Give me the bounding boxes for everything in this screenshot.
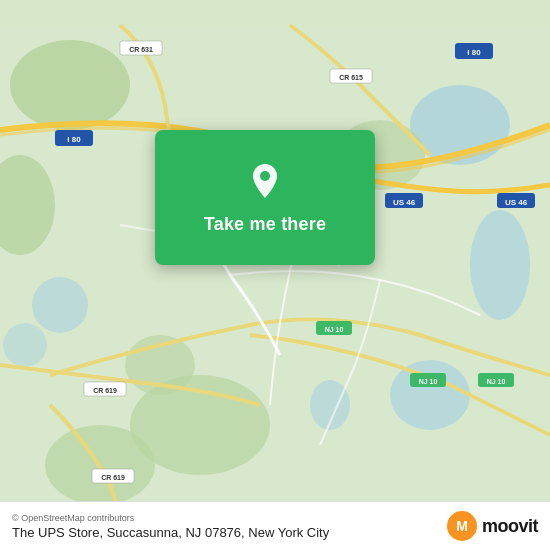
svg-text:NJ 10: NJ 10 [419, 378, 438, 385]
svg-point-6 [3, 323, 47, 367]
info-bar: © OpenStreetMap contributors The UPS Sto… [0, 501, 550, 550]
svg-text:CR 615: CR 615 [339, 74, 363, 81]
svg-text:I 80: I 80 [67, 135, 81, 144]
moovit-icon: M [446, 510, 478, 542]
take-me-there-card[interactable]: Take me there [155, 130, 375, 265]
svg-text:NJ 10: NJ 10 [487, 378, 506, 385]
svg-point-2 [470, 210, 530, 320]
moovit-text: moovit [482, 516, 538, 537]
svg-text:CR 619: CR 619 [101, 474, 125, 481]
svg-text:NJ 10: NJ 10 [325, 326, 344, 333]
svg-text:US 46: US 46 [393, 198, 416, 207]
map-attribution: © OpenStreetMap contributors [12, 513, 329, 523]
svg-point-3 [390, 360, 470, 430]
moovit-logo: M moovit [446, 510, 538, 542]
svg-text:CR 631: CR 631 [129, 46, 153, 53]
svg-text:M: M [456, 518, 468, 534]
take-me-there-label: Take me there [204, 214, 326, 235]
place-info: © OpenStreetMap contributors The UPS Sto… [12, 513, 329, 540]
location-pin-icon [243, 160, 287, 204]
place-name: The UPS Store, Succasunna, NJ 07876, New… [12, 525, 329, 540]
map-container: I 80 I 80 CR 631 CR 615 US 46 US 46 NJ 1… [0, 0, 550, 550]
map-svg: I 80 I 80 CR 631 CR 615 US 46 US 46 NJ 1… [0, 0, 550, 550]
svg-text:US 46: US 46 [505, 198, 528, 207]
svg-text:CR 619: CR 619 [93, 387, 117, 394]
svg-point-5 [32, 277, 88, 333]
svg-text:I 80: I 80 [467, 48, 481, 57]
svg-point-7 [10, 40, 130, 130]
svg-point-35 [260, 171, 270, 181]
